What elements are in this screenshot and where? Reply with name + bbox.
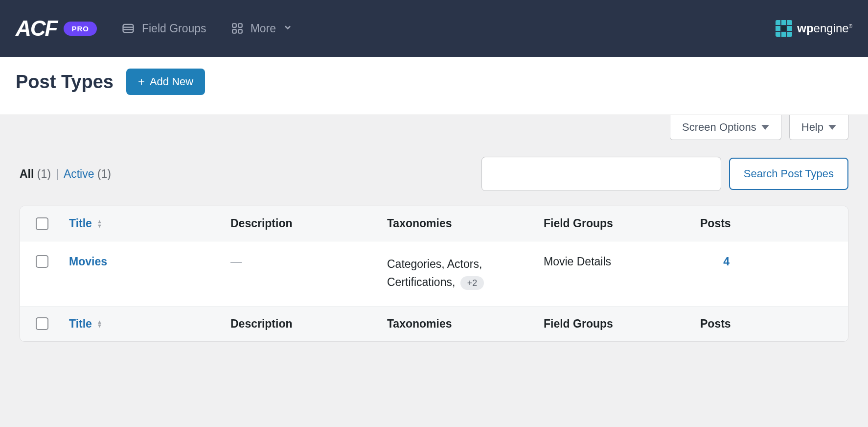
screen-options-label: Screen Options: [682, 121, 756, 134]
svg-rect-0: [123, 24, 133, 32]
column-posts-footer: Posts: [695, 317, 749, 331]
column-posts: Posts: [695, 217, 749, 230]
chevron-down-icon: [283, 22, 293, 35]
content: All (1) | Active (1) Search Post Types T…: [0, 140, 868, 358]
column-taxonomies-footer: Taxonomies: [382, 317, 539, 331]
column-field-groups: Field Groups: [539, 217, 695, 230]
column-field-groups-footer: Field Groups: [539, 317, 695, 331]
table-row: Movies — Categories, Actors, Certificati…: [20, 241, 848, 307]
add-new-button[interactable]: + Add New: [126, 69, 205, 95]
help-button[interactable]: Help: [789, 115, 848, 140]
nav-label: Field Groups: [142, 22, 206, 35]
wpengine-logo[interactable]: wpengine®: [776, 20, 852, 37]
sort-icon: ▲▼: [97, 320, 102, 328]
nav-label: More: [251, 22, 276, 35]
svg-rect-3: [232, 24, 236, 27]
filter-row: All (1) | Active (1) Search Post Types: [20, 157, 848, 191]
list-icon: [121, 22, 135, 35]
help-label: Help: [801, 121, 823, 134]
sort-icon: ▲▼: [97, 220, 102, 227]
plus-icon: +: [138, 76, 145, 88]
add-new-label: Add New: [150, 75, 193, 88]
acf-logo: ACF: [16, 16, 57, 41]
triangle-down-icon: [828, 125, 836, 130]
wpengine-text: wpengine®: [797, 22, 852, 35]
topbar-left: ACF PRO Field Groups More: [16, 16, 293, 41]
nav-more[interactable]: More: [231, 22, 293, 35]
table-footer: Title ▲▼ Description Taxonomies Field Gr…: [20, 307, 848, 341]
row-select-cell: [20, 255, 64, 268]
column-title[interactable]: Title ▲▼: [64, 217, 226, 230]
post-types-table: Title ▲▼ Description Taxonomies Field Gr…: [20, 206, 848, 342]
column-description-footer: Description: [226, 317, 382, 331]
select-all-checkbox-footer[interactable]: [36, 317, 48, 330]
column-title-footer[interactable]: Title ▲▼: [64, 317, 226, 331]
select-all-cell: [20, 217, 64, 230]
nav-field-groups[interactable]: Field Groups: [121, 22, 206, 35]
filter-all[interactable]: All (1): [20, 167, 51, 181]
screen-options-button[interactable]: Screen Options: [670, 115, 781, 140]
row-title-link[interactable]: Movies: [64, 255, 226, 268]
svg-rect-6: [238, 29, 242, 33]
separator: |: [56, 167, 59, 181]
topbar: ACF PRO Field Groups More wpengine®: [0, 0, 868, 57]
row-description: —: [226, 255, 382, 268]
row-posts-link[interactable]: 4: [695, 255, 749, 268]
row-field-groups: Movie Details: [539, 255, 695, 268]
triangle-down-icon: [761, 125, 769, 130]
select-all-checkbox[interactable]: [36, 217, 48, 230]
page-header: Post Types + Add New: [0, 57, 868, 115]
view-filters: All (1) | Active (1): [20, 167, 111, 181]
svg-rect-5: [232, 29, 236, 33]
screen-meta: Screen Options Help: [0, 115, 868, 140]
column-description: Description: [226, 217, 382, 230]
grid-icon: [231, 22, 244, 35]
search-post-types-button[interactable]: Search Post Types: [729, 158, 848, 190]
row-taxonomies: Categories, Actors, Certifications, +2: [382, 255, 539, 291]
select-all-cell-footer: [20, 317, 64, 330]
filter-active[interactable]: Active (1): [64, 167, 111, 181]
search-wrap: Search Post Types: [481, 157, 848, 191]
more-pill[interactable]: +2: [460, 276, 484, 290]
svg-rect-4: [238, 24, 242, 27]
column-taxonomies: Taxonomies: [382, 217, 539, 230]
table-header: Title ▲▼ Description Taxonomies Field Gr…: [20, 206, 848, 241]
row-checkbox[interactable]: [36, 255, 48, 268]
page-title: Post Types: [16, 71, 114, 93]
pro-badge: PRO: [64, 22, 97, 36]
search-input[interactable]: [481, 157, 721, 191]
wpengine-icon: [776, 20, 792, 37]
logo-group[interactable]: ACF PRO: [16, 16, 97, 41]
